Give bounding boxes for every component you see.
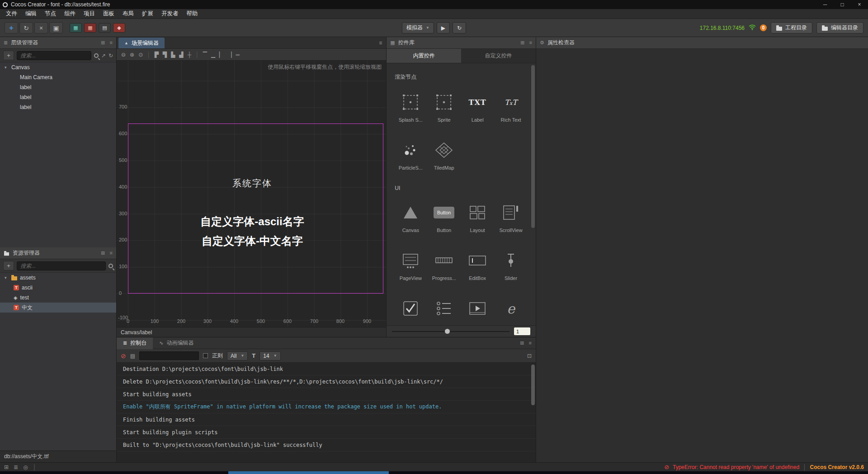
collapse-icon[interactable]: ⊡	[527, 353, 532, 359]
regex-checkbox[interactable]	[203, 353, 208, 358]
align-center-icon[interactable]: ┼	[188, 52, 192, 58]
widget-item-button[interactable]: Button Button	[427, 201, 461, 234]
expand-all-icon[interactable]: ↗	[101, 52, 106, 59]
panel-menu-icon[interactable]: ≡	[110, 40, 113, 46]
widget-item-tiledmap[interactable]: TiledMap	[427, 139, 461, 171]
tab-builtin-widgets[interactable]: 内置控件	[387, 49, 461, 63]
widget-item-label[interactable]: TXT Label	[461, 91, 494, 123]
play-button[interactable]: ▶	[437, 22, 450, 33]
widget-item-progressbar[interactable]: Progress...	[427, 249, 461, 282]
align-right-icon[interactable]: ▜	[163, 52, 167, 58]
menu-component[interactable]: 组件	[60, 10, 80, 18]
log-row[interactable]: Delete D:\projects\cocos\font\build\jsb-…	[117, 375, 536, 388]
hierarchy-node-label-2[interactable]: label	[0, 92, 116, 102]
scene-text-system-font[interactable]: 系统字体	[232, 177, 272, 190]
menu-edit[interactable]: 编辑	[21, 10, 41, 18]
hierarchy-node-main-camera[interactable]: Main Camera	[0, 72, 116, 82]
console-log-list[interactable]: Destination D:\projects\cocos\font\build…	[117, 363, 536, 462]
distribute-right-icon[interactable]: ▕	[227, 52, 231, 58]
scene-text-custom-font-chinese[interactable]: 自定义字体-中文名字	[202, 234, 303, 248]
distribute-left-icon[interactable]: ▏	[219, 52, 223, 58]
panel-menu-icon[interactable]: ≡	[110, 250, 113, 256]
refresh-preview-button[interactable]: ↻	[453, 22, 466, 33]
delete-tool-button[interactable]: ×	[34, 22, 48, 33]
refresh-icon[interactable]: ↻	[108, 52, 113, 59]
minimize-button[interactable]: ─	[816, 0, 834, 9]
asset-row-zhongwen[interactable]: T 中文	[0, 303, 116, 313]
widget-item-pageview[interactable]: PageView	[394, 249, 427, 282]
panel-menu-icon[interactable]: ≡	[529, 40, 532, 46]
assets-search-input[interactable]	[17, 261, 106, 270]
log-file-icon[interactable]: ▤	[130, 353, 135, 359]
extension-button-3[interactable]: ▤	[99, 23, 111, 33]
log-level-dropdown[interactable]: All ▼	[227, 351, 248, 360]
popout-icon[interactable]: ⊞	[101, 250, 105, 256]
log-row[interactable]: Start building assets	[117, 388, 536, 401]
menu-layout[interactable]: 布局	[118, 10, 138, 18]
console-filter-input[interactable]	[139, 351, 199, 360]
align-top-icon[interactable]: ▛	[155, 52, 159, 58]
widget-item-videoplayer[interactable]	[461, 297, 494, 325]
distribute-center-icon[interactable]: ═	[236, 52, 240, 58]
scene-text-custom-font-ascii[interactable]: 自定义字体-ascii名字	[200, 214, 304, 229]
expand-arrow-icon[interactable]: ▾	[5, 65, 9, 70]
editor-dir-button[interactable]: 编辑器目录	[816, 22, 863, 33]
tab-animation-editor[interactable]: ∿ 动画编辑器	[153, 337, 200, 349]
menu-project[interactable]: 项目	[80, 10, 99, 18]
scrollbar[interactable]	[531, 365, 535, 405]
asset-row-ascii[interactable]: T ascii	[0, 283, 116, 293]
search-icon[interactable]	[108, 264, 113, 268]
scene-viewport[interactable]: 使用鼠标右键平移视窗焦点，使用滚轮缩放视图 700 600 500 400 30…	[117, 61, 386, 327]
panel-menu-icon[interactable]: ≡	[529, 340, 532, 346]
menu-developer[interactable]: 开发者	[157, 10, 183, 18]
widget-item-particlesystem[interactable]: ParticleS...	[394, 139, 427, 171]
widget-item-canvas[interactable]: Canvas	[394, 201, 427, 234]
distribute-top-icon[interactable]: ▔	[203, 52, 207, 58]
align-left-icon[interactable]: ▙	[171, 52, 175, 58]
hierarchy-node-canvas[interactable]: ▾ Canvas	[0, 62, 116, 72]
widgets-zoom-slider[interactable]	[392, 331, 509, 332]
widget-item-sprite[interactable]: Sprite	[427, 91, 461, 123]
add-button[interactable]: +	[5, 22, 18, 33]
menu-file[interactable]: 文件	[2, 10, 21, 18]
eye-icon[interactable]: ◎	[23, 464, 28, 470]
popout-icon[interactable]: ⊞	[520, 340, 524, 346]
zoom-in-icon[interactable]: ⊕	[130, 52, 134, 58]
panel-menu-icon[interactable]: ≡	[379, 40, 386, 48]
tab-custom-widgets[interactable]: 自定义控件	[461, 49, 536, 63]
widget-item-splash-sprite[interactable]: Splash S...	[394, 91, 427, 123]
scrollbar[interactable]	[531, 65, 535, 228]
hierarchy-search-input[interactable]	[17, 51, 91, 60]
extension-button-4[interactable]: ◆	[113, 23, 125, 33]
hierarchy-node-label-3[interactable]: label	[0, 102, 116, 112]
zoom-out-icon[interactable]: ⊖	[121, 52, 126, 58]
log-row[interactable]: Finish building assets	[117, 413, 536, 426]
widget-item-togglegroup[interactable]	[427, 297, 461, 325]
create-asset-button[interactable]: +	[3, 261, 14, 270]
log-row[interactable]: Start building plugin scripts	[117, 426, 536, 439]
widget-item-toggle[interactable]	[394, 297, 427, 325]
log-row[interactable]: Built to "D:\projects\cocos\font\build\j…	[117, 439, 536, 451]
zoom-reset-icon[interactable]: ⊙	[138, 52, 143, 58]
align-bottom-icon[interactable]: ▟	[179, 52, 183, 58]
log-row[interactable]: Enable "内联所有 SpriteFrame" in native plat…	[117, 401, 536, 413]
notification-badge[interactable]: 0	[760, 24, 767, 31]
menu-help[interactable]: 帮助	[183, 10, 202, 18]
list-view-icon[interactable]: ≣	[14, 464, 18, 470]
close-button[interactable]: ×	[851, 0, 868, 9]
asset-row-test[interactable]: ◈ test	[0, 293, 116, 303]
extension-button-1[interactable]: ▦	[70, 23, 82, 33]
popout-icon[interactable]: ⊞	[520, 40, 524, 46]
search-icon[interactable]	[94, 53, 99, 58]
tab-scene-editor[interactable]: ▲ 场景编辑器	[118, 38, 165, 48]
design-resolution-border[interactable]	[128, 123, 383, 294]
widget-item-slider[interactable]: Slider	[494, 249, 528, 282]
hierarchy-node-label-1[interactable]: label	[0, 82, 116, 92]
error-message[interactable]: TypeError: Cannot read property 'name' o…	[673, 464, 799, 470]
extension-button-2[interactable]: ▦	[84, 23, 96, 33]
simulator-dropdown[interactable]: 模拟器 ▼	[402, 22, 434, 33]
distribute-bottom-icon[interactable]: ▁	[211, 52, 215, 58]
widget-item-richtext[interactable]: TxT Rich Text	[494, 91, 528, 123]
error-icon[interactable]: ⊘	[664, 464, 669, 470]
tab-console[interactable]: ≣ 控制台	[117, 337, 153, 349]
